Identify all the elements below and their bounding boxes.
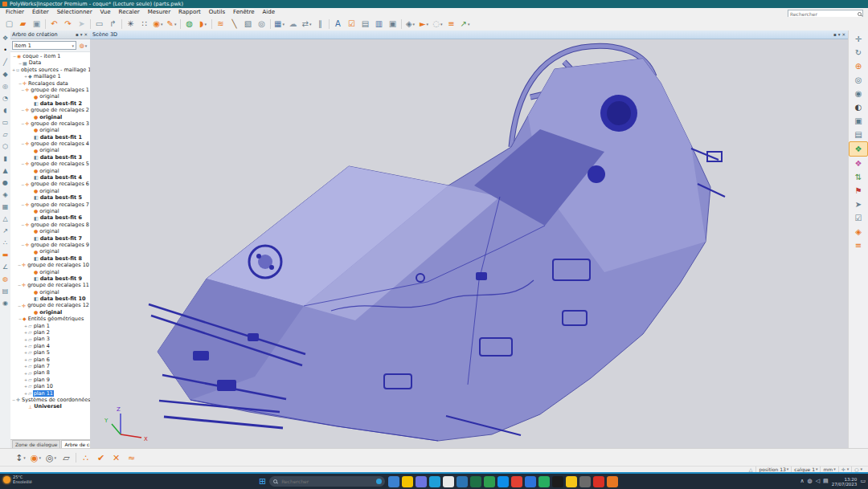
flag-annotation-button[interactable]: ⚑: [850, 184, 867, 198]
tree-item-original[interactable]: ●original: [11, 188, 90, 194]
status-icon-item[interactable]: △: [747, 467, 756, 472]
menu-outils[interactable]: Outils: [205, 8, 229, 17]
tree-item-entites-geometriques[interactable]: −◆Entités géométriques: [11, 316, 90, 322]
gauge-gear-button[interactable]: ◉: [0, 297, 11, 309]
tree-item-original[interactable]: ●original: [11, 147, 90, 153]
cross-polyline-button[interactable]: ✕: [108, 450, 124, 465]
weather-widget[interactable]: 25°C Ensoleillé: [3, 475, 32, 484]
paint-comparison-button[interactable]: ≋: [214, 18, 227, 30]
menu-editer[interactable]: Éditer: [28, 8, 53, 17]
tree-item-plan-2[interactable]: +▱plan 2: [11, 329, 90, 336]
menu-mesurer[interactable]: Mesurer: [144, 8, 174, 17]
create-circle-button[interactable]: ◎: [0, 80, 11, 92]
tree-item-data-best-fit-3[interactable]: ◧data best-fit 3: [11, 154, 90, 161]
taskbar-app-2-icon[interactable]: [402, 476, 413, 487]
probe-stylus-button[interactable]: ╲: [227, 18, 241, 30]
tree-item-data-best-fit-10[interactable]: ◧data best-fit 10: [11, 295, 90, 302]
onedrive-icon[interactable]: ▤: [823, 474, 829, 489]
tree-item-maillage-1[interactable]: +◆maillage 1: [11, 73, 90, 79]
globe-view-button[interactable]: ◍: [182, 18, 196, 30]
sequence-list-button[interactable]: ≡: [444, 18, 458, 30]
play-macro-button[interactable]: ►▾: [417, 18, 431, 30]
taskbar-app-17-icon[interactable]: [607, 476, 618, 487]
scan-surface-button[interactable]: ◗▾: [196, 18, 210, 30]
center-view-button[interactable]: ⊕: [850, 59, 867, 73]
tree-item-plan-3[interactable]: +▱plan 3: [11, 336, 90, 342]
tab-zone-de-dialogue[interactable]: Zone de dialogue: [12, 440, 60, 448]
tree-item-groupe-de-recalages-12[interactable]: −✛groupe de recalages 12: [11, 302, 90, 308]
tree-item-plan-9[interactable]: +▱plan 9: [11, 377, 90, 383]
dial-adjust-button[interactable]: ◎▾: [43, 450, 59, 465]
tree-item-original[interactable]: ●original: [11, 248, 90, 255]
tree-item-objets-sources-maillage-1[interactable]: +▫objets sources - maillage 1: [11, 67, 90, 73]
tree-item-original[interactable]: ●original: [11, 127, 90, 133]
translate-view-button[interactable]: ✛: [850, 32, 867, 46]
taskbar-search[interactable]: [269, 476, 385, 487]
points-cluster-button[interactable]: ∴: [78, 450, 93, 465]
tree-item-plan-6[interactable]: +▱plan 6: [11, 357, 90, 363]
status-mm[interactable]: mm▾: [820, 467, 837, 472]
tree-item-data-best-fit-8[interactable]: ◧data best-fit 8: [11, 255, 90, 262]
select-pointer-hand-button[interactable]: ➤: [850, 198, 867, 211]
scene-capture-button[interactable]: ▤: [358, 18, 372, 30]
report-table-button[interactable]: ▥: [372, 18, 386, 30]
tree-item-groupe-de-recalages-9[interactable]: −✛groupe de recalages 9: [11, 242, 90, 248]
taskbar-app-7-icon[interactable]: [470, 476, 481, 487]
taskbar-app-11-icon[interactable]: [525, 476, 536, 487]
tree-item-original[interactable]: ●original: [11, 269, 90, 275]
export-page-button[interactable]: ↱: [106, 18, 120, 30]
volume-icon[interactable]: ◁: [816, 474, 820, 489]
measure-pipe-button[interactable]: ≡: [850, 238, 867, 252]
new-file-button[interactable]: ▢: [2, 18, 16, 30]
piece-combobox[interactable]: item 1 ▾: [12, 41, 76, 50]
menu-fenetre[interactable]: Fenêtre: [229, 8, 258, 17]
tree-item-data-best-fit-7[interactable]: ◧data best-fit 7: [11, 235, 90, 242]
undo-button[interactable]: ↶: [47, 18, 61, 30]
taskbar-app-5-icon[interactable]: [443, 476, 454, 487]
panel-close-icon[interactable]: ✕: [83, 31, 88, 39]
render-view-button[interactable]: ◈▾: [403, 18, 417, 30]
open-project-button[interactable]: ▰: [16, 18, 30, 30]
tree-item-plan-8[interactable]: +▱plan 8: [11, 369, 90, 376]
tree-item-plan-10[interactable]: +▱plan 10: [11, 383, 90, 389]
colormap-object-button[interactable]: ❖: [849, 141, 868, 157]
zoom-view-button[interactable]: ◎: [850, 73, 867, 87]
dimension-text-button[interactable]: A: [331, 18, 345, 30]
compare-polyline-button[interactable]: ≈: [124, 450, 139, 465]
status-icon-item[interactable]: ✛▾: [838, 467, 852, 472]
tree-item-groupe-de-recalages-1[interactable]: −✛groupe de recalages 1: [11, 87, 90, 93]
tree-item-plan-1[interactable]: +▱plan 1: [11, 323, 90, 329]
point-grid-button[interactable]: ∷: [137, 18, 151, 30]
search-input[interactable]: [788, 11, 857, 17]
camera-snapshot-button[interactable]: ▣: [386, 18, 399, 30]
tree-item-original[interactable]: ●original: [11, 228, 90, 234]
tree-item-coque-item-1[interactable]: −◉coque - item 1: [11, 53, 90, 59]
standard-views-camera-button[interactable]: ▤: [850, 128, 867, 141]
pick-elements-button[interactable]: ✳: [124, 18, 137, 30]
checklist-button[interactable]: ☑: [345, 18, 358, 30]
zoom-magnifier-button[interactable]: ◎: [255, 18, 268, 30]
fit-check-button[interactable]: ✔: [93, 450, 108, 465]
save-project-button[interactable]: ▣: [30, 18, 43, 30]
deviation-object-button[interactable]: ❖: [850, 157, 867, 170]
create-line-button[interactable]: ╱: [0, 56, 11, 68]
tree-item-groupe-de-recalages-7[interactable]: −✛groupe de recalages 7: [11, 202, 90, 208]
redo-button[interactable]: ↷: [61, 18, 75, 30]
create-mesh-button[interactable]: ▦: [0, 201, 11, 213]
chart-trend-button[interactable]: ↗▾: [458, 18, 472, 30]
measure-caliper-button[interactable]: ∥: [313, 18, 327, 30]
tree-item-groupe-de-recalages-6[interactable]: −✛groupe de recalages 6: [11, 181, 90, 187]
panel-close-icon[interactable]: ✕: [841, 31, 846, 39]
taskbar-app-10-icon[interactable]: [511, 476, 522, 487]
align-device-button[interactable]: ◉▾: [151, 18, 165, 30]
probe-slider-button[interactable]: ↕▾: [13, 450, 28, 465]
menu-selectionner[interactable]: Sélectionner: [53, 8, 96, 17]
tree-item-original[interactable]: ●original: [11, 93, 90, 100]
create-cone-button[interactable]: ▲: [0, 165, 11, 177]
tree-item-data[interactable]: −▦Data: [11, 59, 90, 66]
taskbar-app-6-icon[interactable]: [457, 476, 468, 487]
taskbar-app-4-icon[interactable]: [429, 476, 440, 487]
create-polyline-button[interactable]: △: [0, 213, 11, 225]
menu-fichier[interactable]: Fichier: [2, 8, 28, 17]
tree-item-data-best-fit-6[interactable]: ◧data best-fit 6: [11, 214, 90, 221]
